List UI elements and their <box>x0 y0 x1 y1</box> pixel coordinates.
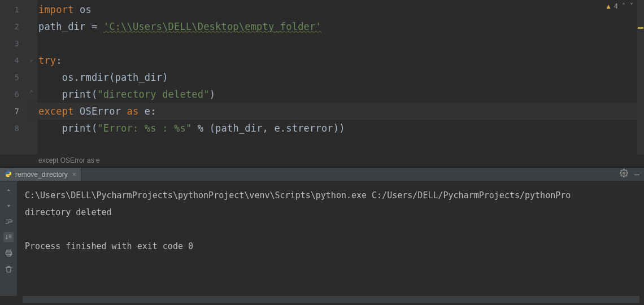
breadcrumb-segment[interactable]: except OSError as e <box>38 156 100 164</box>
line-number[interactable]: 3 <box>0 35 29 52</box>
code-line[interactable]: os.rmdir(path_dir) <box>38 69 637 86</box>
clear-all-button[interactable] <box>3 264 14 274</box>
terminal-output[interactable]: C:\Users\DELL\PycharmProjects\pythonProj… <box>17 181 644 296</box>
inspection-widget[interactable]: ▲ 4 ˄ ˅ <box>607 2 634 10</box>
code-line[interactable]: try: <box>38 52 637 69</box>
code-line[interactable]: print("directory deleted") <box>38 86 637 103</box>
output-line: Process finished with exit code 0 <box>25 241 193 251</box>
code-line[interactable] <box>38 35 637 52</box>
horizontal-scrollbar[interactable] <box>23 296 639 303</box>
output-line: C:\Users\DELL\PycharmProjects\pythonProj… <box>25 190 571 201</box>
hide-panel-icon[interactable]: — <box>634 169 639 180</box>
line-number[interactable]: 8 <box>0 120 29 137</box>
scroll-up-button[interactable] <box>3 185 14 195</box>
line-number[interactable]: 4 <box>0 52 29 69</box>
run-tab[interactable]: remove_directory × <box>0 168 81 181</box>
print-button[interactable] <box>3 248 14 258</box>
run-tool-window: remove_directory × — C:\Users\DELL\Pycha… <box>0 167 644 305</box>
scroll-to-end-button[interactable] <box>3 232 14 242</box>
prev-problem-button[interactable]: ˄ <box>621 2 626 10</box>
code-editor[interactable]: 1 2 3 4 5 6 7 8 ⌄ ⌃ ▲ 4 ˄ ˅ import os pa… <box>0 0 644 154</box>
line-number[interactable]: 5 <box>0 69 29 86</box>
warning-icon: ▲ <box>607 2 611 10</box>
code-line[interactable]: except OSError as e: <box>38 103 637 120</box>
run-toolbar <box>0 181 17 296</box>
line-number-gutter[interactable]: 1 2 3 4 5 6 7 8 <box>0 0 29 154</box>
line-number[interactable]: 2 <box>0 18 29 35</box>
error-stripe[interactable] <box>637 0 644 154</box>
warning-marker[interactable] <box>638 27 643 29</box>
code-line[interactable]: import os <box>38 1 637 18</box>
warning-count: 4 <box>614 2 618 10</box>
output-line: directory deleted <box>25 207 112 217</box>
code-line[interactable]: path_dir = 'C:\\Users\DELL\Desktop\empty… <box>38 18 637 35</box>
next-problem-button[interactable]: ˅ <box>629 2 634 10</box>
run-tab-bar: remove_directory × — <box>0 167 644 181</box>
run-tab-label: remove_directory <box>15 171 68 178</box>
close-icon[interactable]: × <box>72 171 76 178</box>
scroll-down-button[interactable] <box>3 201 14 211</box>
line-number[interactable]: 7 <box>0 103 29 120</box>
soft-wrap-button[interactable] <box>3 216 14 226</box>
editor-region: 1 2 3 4 5 6 7 8 ⌄ ⌃ ▲ 4 ˄ ˅ import os pa… <box>0 0 644 167</box>
line-number[interactable]: 6 <box>0 86 29 103</box>
code-lines[interactable]: ▲ 4 ˄ ˅ import os path_dir = 'C:\\Users\… <box>29 0 637 154</box>
settings-icon[interactable] <box>620 169 628 180</box>
code-line[interactable]: print("Error: %s : %s" % (path_dir, e.st… <box>38 120 637 137</box>
breadcrumb[interactable]: except OSError as e <box>0 154 644 167</box>
svg-point-0 <box>623 172 625 175</box>
line-number[interactable]: 1 <box>0 1 29 18</box>
python-file-icon <box>5 170 12 179</box>
